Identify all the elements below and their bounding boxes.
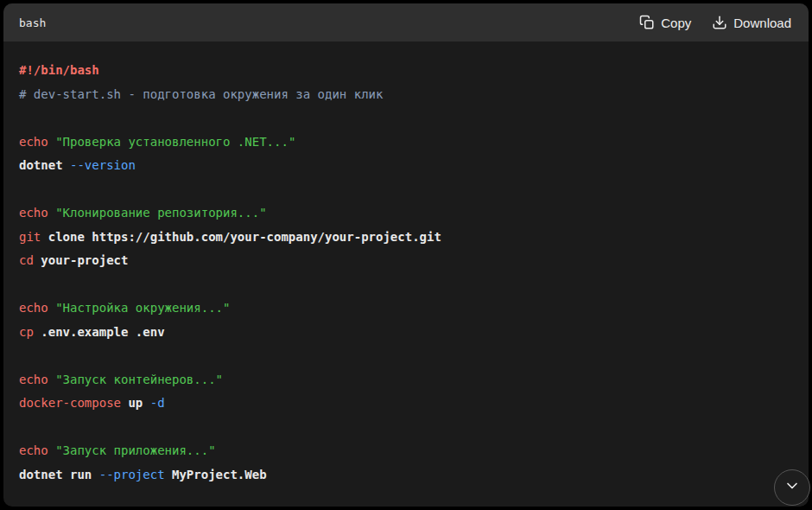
code-line: echo "Настройка окружения..." [19, 296, 793, 321]
scroll-to-bottom-button[interactable] [774, 469, 810, 506]
code-line: docker-compose up -d [19, 392, 793, 416]
copy-button[interactable]: Copy [638, 11, 693, 34]
code-token-string: "Проверка установленного .NET..." [55, 135, 295, 149]
code-line: cp .env.example .env [19, 321, 793, 345]
code-block-header: bash Copy D [3, 3, 809, 41]
code-line: #!/bin/bash [19, 59, 793, 83]
code-token-keyword: echo [19, 206, 55, 220]
code-token-plain: clone https://github.com/your-company/yo… [48, 230, 441, 244]
code-token-keyword: cp [19, 325, 41, 339]
code-line [19, 344, 793, 368]
download-icon [712, 15, 727, 30]
code-token-keyword: echo [19, 301, 55, 315]
code-token-plain: .env.example .env [41, 325, 164, 339]
code-token-plain: your-project [41, 253, 128, 267]
code-token-comment: # dev-start.sh - подготовка окружения за… [19, 87, 383, 101]
code-line: git clone https://github.com/your-compan… [19, 226, 793, 250]
code-lines: #!/bin/bash# dev-start.sh - подготовка о… [3, 41, 809, 504]
code-line [19, 178, 793, 202]
code-token-keyword: #!/bin/bash [19, 63, 99, 77]
code-token-keyword: echo [19, 443, 55, 457]
code-line: echo "Запуск контейнеров..." [19, 368, 793, 392]
code-token-plain: dotnet [19, 158, 70, 172]
code-token-keyword: docker-compose [19, 396, 128, 410]
code-line: echo "Клонирование репозитория..." [19, 201, 793, 226]
code-line: echo "Проверка установленного .NET..." [19, 131, 793, 155]
code-language-label: bash [19, 16, 46, 29]
code-line [19, 416, 793, 440]
code-line: cd your-project [19, 249, 793, 273]
copy-button-label: Copy [661, 16, 691, 30]
download-button-label: Download [733, 16, 791, 30]
code-line [19, 106, 793, 131]
code-token-string: "Запуск приложения..." [55, 443, 215, 457]
code-token-string: "Настройка окружения..." [55, 301, 230, 315]
code-token-flag: -d [150, 396, 165, 410]
code-token-flag: --project [99, 468, 172, 481]
code-line: dotnet --version [19, 154, 793, 178]
code-block-container: bash Copy D [3, 3, 809, 507]
code-token-keyword: cd [19, 253, 41, 267]
code-line: echo "Запуск приложения..." [19, 439, 793, 463]
code-token-keyword: echo [19, 373, 55, 386]
code-token-plain: up [128, 396, 149, 410]
code-token-string: "Запуск контейнеров..." [55, 373, 223, 386]
code-line: # dev-start.sh - подготовка окружения за… [19, 83, 793, 107]
code-line: dotnet run --project MyProject.Web [19, 463, 793, 488]
code-token-keyword: git [19, 230, 48, 244]
code-token-string: "Клонирование репозитория..." [55, 206, 266, 220]
code-token-keyword: echo [19, 135, 55, 149]
code-token-plain: MyProject.Web [172, 468, 267, 481]
download-button[interactable]: Download [710, 11, 793, 34]
code-block-actions: Copy Download [638, 11, 793, 34]
code-token-plain: dotnet run [19, 468, 99, 481]
code-token-flag: --version [70, 158, 136, 172]
code-line [19, 273, 793, 297]
copy-icon [639, 15, 655, 30]
chevron-down-icon [783, 477, 801, 498]
